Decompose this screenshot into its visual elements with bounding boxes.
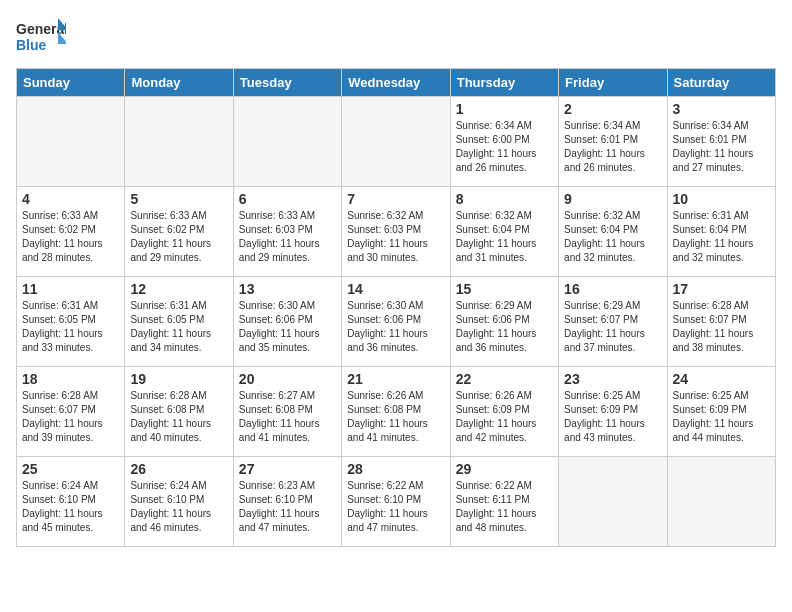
day-info: Sunrise: 6:25 AM Sunset: 6:09 PM Dayligh… <box>673 389 770 445</box>
day-info: Sunrise: 6:31 AM Sunset: 6:05 PM Dayligh… <box>130 299 227 355</box>
day-info: Sunrise: 6:24 AM Sunset: 6:10 PM Dayligh… <box>130 479 227 535</box>
day-info: Sunrise: 6:26 AM Sunset: 6:09 PM Dayligh… <box>456 389 553 445</box>
day-info: Sunrise: 6:23 AM Sunset: 6:10 PM Dayligh… <box>239 479 336 535</box>
day-cell <box>342 97 450 187</box>
day-number: 19 <box>130 371 227 387</box>
day-cell <box>233 97 341 187</box>
day-cell: 8Sunrise: 6:32 AM Sunset: 6:04 PM Daylig… <box>450 187 558 277</box>
day-info: Sunrise: 6:33 AM Sunset: 6:03 PM Dayligh… <box>239 209 336 265</box>
day-cell: 27Sunrise: 6:23 AM Sunset: 6:10 PM Dayli… <box>233 457 341 547</box>
weekday-header-tuesday: Tuesday <box>233 69 341 97</box>
day-number: 21 <box>347 371 444 387</box>
day-cell: 2Sunrise: 6:34 AM Sunset: 6:01 PM Daylig… <box>559 97 667 187</box>
day-number: 4 <box>22 191 119 207</box>
day-cell: 3Sunrise: 6:34 AM Sunset: 6:01 PM Daylig… <box>667 97 775 187</box>
day-info: Sunrise: 6:32 AM Sunset: 6:04 PM Dayligh… <box>564 209 661 265</box>
day-info: Sunrise: 6:32 AM Sunset: 6:04 PM Dayligh… <box>456 209 553 265</box>
logo-icon: GeneralBlue <box>16 16 66 60</box>
day-number: 28 <box>347 461 444 477</box>
day-cell: 9Sunrise: 6:32 AM Sunset: 6:04 PM Daylig… <box>559 187 667 277</box>
day-info: Sunrise: 6:28 AM Sunset: 6:08 PM Dayligh… <box>130 389 227 445</box>
day-number: 27 <box>239 461 336 477</box>
day-cell: 24Sunrise: 6:25 AM Sunset: 6:09 PM Dayli… <box>667 367 775 457</box>
day-number: 5 <box>130 191 227 207</box>
day-cell: 6Sunrise: 6:33 AM Sunset: 6:03 PM Daylig… <box>233 187 341 277</box>
day-number: 25 <box>22 461 119 477</box>
day-info: Sunrise: 6:24 AM Sunset: 6:10 PM Dayligh… <box>22 479 119 535</box>
weekday-header-thursday: Thursday <box>450 69 558 97</box>
day-cell: 29Sunrise: 6:22 AM Sunset: 6:11 PM Dayli… <box>450 457 558 547</box>
day-cell <box>125 97 233 187</box>
day-cell: 19Sunrise: 6:28 AM Sunset: 6:08 PM Dayli… <box>125 367 233 457</box>
day-number: 6 <box>239 191 336 207</box>
week-row-2: 4Sunrise: 6:33 AM Sunset: 6:02 PM Daylig… <box>17 187 776 277</box>
weekday-header-saturday: Saturday <box>667 69 775 97</box>
day-cell: 20Sunrise: 6:27 AM Sunset: 6:08 PM Dayli… <box>233 367 341 457</box>
logo: GeneralBlue <box>16 16 66 60</box>
day-number: 24 <box>673 371 770 387</box>
day-number: 9 <box>564 191 661 207</box>
day-number: 7 <box>347 191 444 207</box>
svg-text:Blue: Blue <box>16 37 47 53</box>
day-number: 14 <box>347 281 444 297</box>
week-row-1: 1Sunrise: 6:34 AM Sunset: 6:00 PM Daylig… <box>17 97 776 187</box>
day-cell: 21Sunrise: 6:26 AM Sunset: 6:08 PM Dayli… <box>342 367 450 457</box>
day-number: 23 <box>564 371 661 387</box>
day-number: 15 <box>456 281 553 297</box>
day-cell: 28Sunrise: 6:22 AM Sunset: 6:10 PM Dayli… <box>342 457 450 547</box>
day-info: Sunrise: 6:32 AM Sunset: 6:03 PM Dayligh… <box>347 209 444 265</box>
day-number: 11 <box>22 281 119 297</box>
day-number: 17 <box>673 281 770 297</box>
day-cell <box>17 97 125 187</box>
day-cell: 1Sunrise: 6:34 AM Sunset: 6:00 PM Daylig… <box>450 97 558 187</box>
day-cell: 12Sunrise: 6:31 AM Sunset: 6:05 PM Dayli… <box>125 277 233 367</box>
day-cell: 10Sunrise: 6:31 AM Sunset: 6:04 PM Dayli… <box>667 187 775 277</box>
day-number: 1 <box>456 101 553 117</box>
weekday-header-row: SundayMondayTuesdayWednesdayThursdayFrid… <box>17 69 776 97</box>
day-cell <box>667 457 775 547</box>
week-row-4: 18Sunrise: 6:28 AM Sunset: 6:07 PM Dayli… <box>17 367 776 457</box>
day-number: 16 <box>564 281 661 297</box>
day-number: 10 <box>673 191 770 207</box>
day-cell: 18Sunrise: 6:28 AM Sunset: 6:07 PM Dayli… <box>17 367 125 457</box>
day-cell: 26Sunrise: 6:24 AM Sunset: 6:10 PM Dayli… <box>125 457 233 547</box>
day-cell: 7Sunrise: 6:32 AM Sunset: 6:03 PM Daylig… <box>342 187 450 277</box>
day-cell: 15Sunrise: 6:29 AM Sunset: 6:06 PM Dayli… <box>450 277 558 367</box>
day-cell: 13Sunrise: 6:30 AM Sunset: 6:06 PM Dayli… <box>233 277 341 367</box>
day-cell: 23Sunrise: 6:25 AM Sunset: 6:09 PM Dayli… <box>559 367 667 457</box>
day-info: Sunrise: 6:31 AM Sunset: 6:05 PM Dayligh… <box>22 299 119 355</box>
day-info: Sunrise: 6:33 AM Sunset: 6:02 PM Dayligh… <box>22 209 119 265</box>
weekday-header-sunday: Sunday <box>17 69 125 97</box>
day-number: 8 <box>456 191 553 207</box>
weekday-header-wednesday: Wednesday <box>342 69 450 97</box>
day-cell: 17Sunrise: 6:28 AM Sunset: 6:07 PM Dayli… <box>667 277 775 367</box>
day-number: 29 <box>456 461 553 477</box>
day-cell: 16Sunrise: 6:29 AM Sunset: 6:07 PM Dayli… <box>559 277 667 367</box>
day-info: Sunrise: 6:29 AM Sunset: 6:06 PM Dayligh… <box>456 299 553 355</box>
day-cell <box>559 457 667 547</box>
day-info: Sunrise: 6:33 AM Sunset: 6:02 PM Dayligh… <box>130 209 227 265</box>
day-info: Sunrise: 6:34 AM Sunset: 6:01 PM Dayligh… <box>673 119 770 175</box>
day-info: Sunrise: 6:34 AM Sunset: 6:01 PM Dayligh… <box>564 119 661 175</box>
day-number: 12 <box>130 281 227 297</box>
day-number: 13 <box>239 281 336 297</box>
day-info: Sunrise: 6:25 AM Sunset: 6:09 PM Dayligh… <box>564 389 661 445</box>
day-info: Sunrise: 6:27 AM Sunset: 6:08 PM Dayligh… <box>239 389 336 445</box>
day-cell: 5Sunrise: 6:33 AM Sunset: 6:02 PM Daylig… <box>125 187 233 277</box>
calendar: SundayMondayTuesdayWednesdayThursdayFrid… <box>16 68 776 547</box>
day-info: Sunrise: 6:22 AM Sunset: 6:10 PM Dayligh… <box>347 479 444 535</box>
day-number: 20 <box>239 371 336 387</box>
weekday-header-monday: Monday <box>125 69 233 97</box>
day-info: Sunrise: 6:30 AM Sunset: 6:06 PM Dayligh… <box>347 299 444 355</box>
week-row-5: 25Sunrise: 6:24 AM Sunset: 6:10 PM Dayli… <box>17 457 776 547</box>
day-info: Sunrise: 6:31 AM Sunset: 6:04 PM Dayligh… <box>673 209 770 265</box>
day-info: Sunrise: 6:28 AM Sunset: 6:07 PM Dayligh… <box>22 389 119 445</box>
day-info: Sunrise: 6:26 AM Sunset: 6:08 PM Dayligh… <box>347 389 444 445</box>
day-number: 26 <box>130 461 227 477</box>
day-number: 2 <box>564 101 661 117</box>
day-cell: 11Sunrise: 6:31 AM Sunset: 6:05 PM Dayli… <box>17 277 125 367</box>
day-info: Sunrise: 6:30 AM Sunset: 6:06 PM Dayligh… <box>239 299 336 355</box>
header: GeneralBlue <box>16 16 776 60</box>
week-row-3: 11Sunrise: 6:31 AM Sunset: 6:05 PM Dayli… <box>17 277 776 367</box>
weekday-header-friday: Friday <box>559 69 667 97</box>
